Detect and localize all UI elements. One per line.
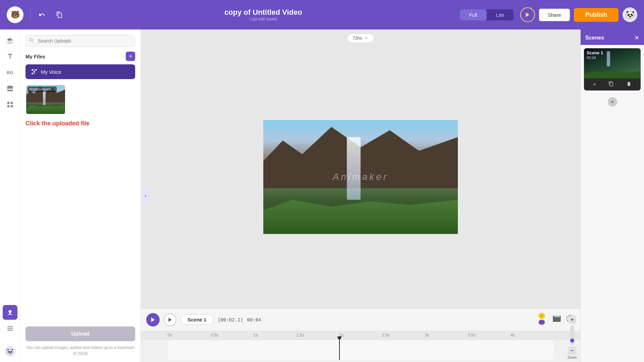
coffee-icon[interactable]: ☕ bbox=[3, 33, 17, 48]
zoom-value: 73% bbox=[353, 36, 362, 41]
tick-3.5s: 3.5s bbox=[468, 333, 511, 338]
save-status: Last edit saved bbox=[250, 17, 277, 21]
search-input[interactable] bbox=[25, 35, 135, 47]
character-icon[interactable] bbox=[535, 312, 548, 327]
scene-label[interactable]: Scene 1 bbox=[180, 314, 214, 325]
share-button[interactable]: Share bbox=[539, 9, 570, 21]
scenes-close-button[interactable]: ✕ bbox=[634, 34, 639, 42]
scene-play-button[interactable] bbox=[164, 313, 176, 326]
scene-card-time: 00:04 bbox=[587, 56, 596, 60]
upload-button[interactable]: Upload bbox=[25, 326, 135, 341]
canvas-viewport: Animaker + bbox=[141, 46, 580, 308]
grid-icon[interactable] bbox=[3, 97, 17, 112]
click-uploaded-prompt: Click the uploaded file bbox=[25, 120, 135, 127]
preview-play-button[interactable] bbox=[520, 7, 535, 22]
topbar-actions: Share Publish 🐼 bbox=[520, 7, 637, 22]
search-icon bbox=[29, 38, 34, 44]
copy-btn[interactable] bbox=[52, 7, 67, 22]
file-thumbnail[interactable]: hrqdybmsvo6... bbox=[25, 84, 66, 115]
collapse-panel-button[interactable]: ‹ bbox=[141, 187, 150, 204]
scenes-panel: Scenes ✕ Scene 1 00:04 + bbox=[580, 29, 644, 362]
svg-marker-0 bbox=[526, 12, 530, 17]
add-scene-button[interactable]: + bbox=[581, 94, 644, 110]
zoom-out-button[interactable]: − bbox=[568, 347, 576, 355]
upload-area: Upload You can upload images, audios and… bbox=[25, 326, 135, 357]
lite-btn[interactable]: Lite bbox=[487, 9, 514, 20]
canvas-frame: Animaker bbox=[263, 120, 458, 234]
icon-rail: ☕ BG 🐼 bbox=[0, 29, 20, 362]
svg-point-6 bbox=[540, 315, 543, 317]
logo[interactable]: 🐻 bbox=[7, 6, 23, 23]
timeline-track[interactable] bbox=[168, 340, 553, 360]
canvas-area: 73% Animaker + bbox=[141, 29, 580, 362]
canvas-toolbar: 73% bbox=[141, 29, 580, 46]
scenes-title: Scenes bbox=[585, 35, 604, 41]
scenes-header: Scenes ✕ bbox=[581, 29, 644, 45]
text-icon[interactable] bbox=[3, 49, 17, 64]
file-thumb-area: hrqdybmsvo6... bbox=[25, 84, 135, 115]
timeline-ruler: 0s 0.5s 1s 1.5s 2s 2.5s 3s 3.5s 4s bbox=[141, 330, 580, 340]
tick-0.5s: 0.5s bbox=[211, 333, 254, 338]
playback-bar: Scene 1 [00:02.1] 00:04 bbox=[141, 309, 580, 330]
scene-card-1[interactable]: Scene 1 00:04 + bbox=[584, 48, 641, 90]
scene-delete-button[interactable] bbox=[626, 81, 632, 88]
tick-0s: 0s bbox=[168, 333, 211, 338]
project-title: copy of Untitled Video bbox=[224, 8, 302, 17]
timeline: 0s 0.5s 1s 1.5s 2s 2.5s 3s 3.5s 4s bbox=[141, 330, 580, 362]
publish-button[interactable]: Publish bbox=[574, 8, 619, 22]
image-icon[interactable] bbox=[3, 81, 17, 96]
background-icon[interactable]: BG bbox=[3, 65, 17, 80]
zoom-control[interactable]: 73% bbox=[347, 34, 374, 43]
add-scene-plus-icon: + bbox=[608, 97, 617, 107]
my-voice-label: My Voice bbox=[41, 69, 61, 75]
svg-point-5 bbox=[539, 320, 545, 325]
scene-duplicate-button[interactable] bbox=[608, 81, 614, 88]
bottom-controls: Scene 1 [00:02.1] 00:04 bbox=[141, 308, 580, 362]
svg-marker-2 bbox=[168, 318, 171, 322]
scene-card-image: Scene 1 00:04 bbox=[584, 48, 641, 78]
main-layout: ☕ BG 🐼 My bbox=[0, 29, 644, 362]
tick-2.5s: 2.5s bbox=[382, 333, 425, 338]
global-play-button[interactable] bbox=[146, 313, 160, 326]
zoom-in-button[interactable]: + bbox=[568, 316, 576, 324]
search-wrapper bbox=[25, 35, 135, 47]
zoom-slider[interactable] bbox=[570, 325, 574, 345]
upload-hint: You can upload images, audios and videos… bbox=[25, 345, 135, 357]
filmstrip-icon[interactable] bbox=[552, 314, 561, 325]
tick-1.5s: 1.5s bbox=[296, 333, 339, 338]
tick-1s: 1s bbox=[254, 333, 297, 338]
needle-head bbox=[337, 337, 342, 341]
apps-grid-icon[interactable] bbox=[3, 321, 17, 336]
undo-btn[interactable] bbox=[35, 7, 49, 22]
scene-card-actions: + bbox=[584, 78, 641, 90]
scene-add-button[interactable]: + bbox=[593, 81, 596, 88]
zoom-controls: + − Zoom bbox=[568, 316, 577, 359]
user-avatar[interactable]: 🐼 bbox=[623, 7, 637, 22]
svg-marker-1 bbox=[151, 317, 155, 322]
current-time: [00:02.1] bbox=[218, 317, 243, 322]
user-avatar-rail[interactable]: 🐼 bbox=[3, 344, 17, 359]
full-btn[interactable]: Full bbox=[460, 9, 487, 20]
file-thumb-label: hrqdybmsvo6... bbox=[28, 86, 57, 92]
add-files-button[interactable]: + bbox=[126, 52, 135, 61]
zoom-label: Zoom bbox=[568, 355, 577, 359]
total-time: 00:04 bbox=[247, 317, 261, 322]
topbar: 🐻 copy of Untitled Video Last edit saved… bbox=[0, 0, 644, 29]
my-files-header: My Files + bbox=[25, 52, 135, 61]
tick-3s: 3s bbox=[425, 333, 468, 338]
my-files-label: My Files bbox=[25, 54, 45, 59]
title-area: copy of Untitled Video Last edit saved bbox=[67, 8, 460, 21]
timeline-needle bbox=[339, 340, 340, 360]
upload-icon[interactable] bbox=[3, 305, 17, 320]
zoom-slider-thumb bbox=[570, 339, 574, 343]
tick-4s: 4s bbox=[511, 333, 553, 338]
my-voice-button[interactable]: My Voice bbox=[25, 64, 135, 79]
tick-2s: 2s bbox=[339, 333, 382, 338]
view-toggle: Full Lite bbox=[460, 9, 514, 20]
scene-card-label: Scene 1 bbox=[587, 50, 603, 55]
left-panel: My Files + My Voice hrqdybmsvo6... Click… bbox=[20, 29, 141, 362]
